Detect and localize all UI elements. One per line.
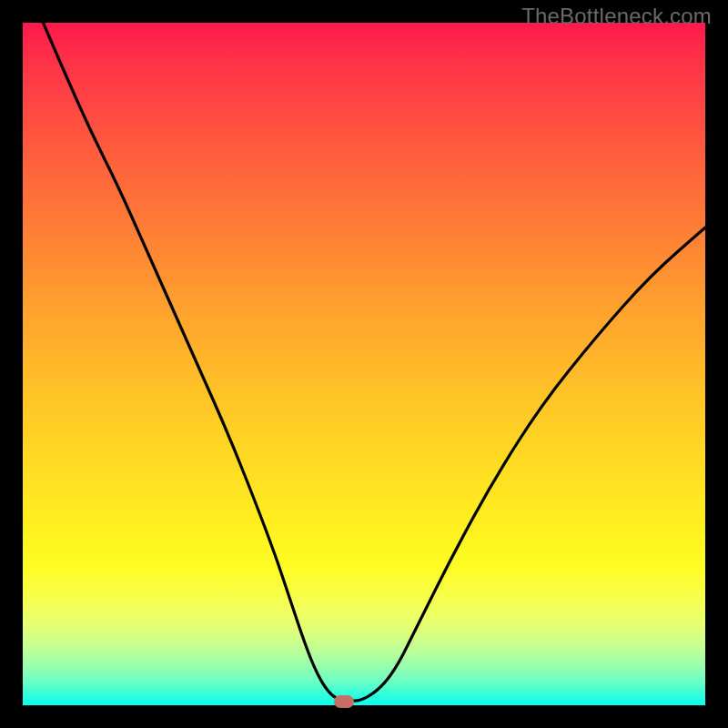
watermark-text: TheBottleneck.com: [521, 4, 712, 29]
plot-area: [23, 23, 705, 705]
chart-frame: TheBottleneck.com: [0, 0, 728, 728]
optimum-marker: [334, 695, 354, 708]
